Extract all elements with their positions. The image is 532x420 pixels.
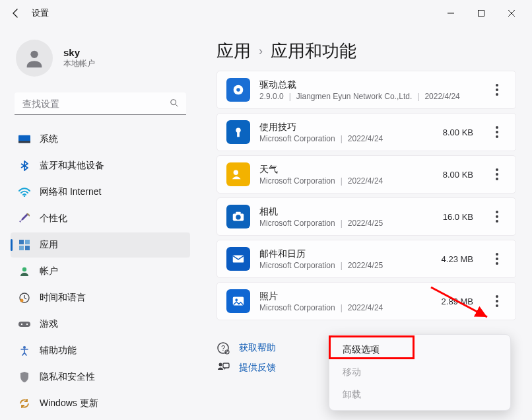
arrow-left-icon (11, 8, 21, 18)
app-size: 8.00 KB (443, 170, 473, 180)
maximize-button[interactable] (466, 3, 496, 24)
avatar (16, 40, 53, 77)
app-name: 照片 (259, 291, 432, 302)
maximize-icon (477, 9, 485, 17)
svg-rect-9 (25, 240, 30, 244)
ctx-move: 移动 (333, 361, 506, 384)
svg-point-17 (26, 324, 28, 325)
app-icon (226, 78, 250, 102)
bluetooth-icon (18, 160, 30, 172)
app-context-menu: 高级选项 移动 卸载 (329, 334, 511, 411)
app-more-button[interactable] (488, 289, 506, 313)
sidebar-item-gaming[interactable]: 游戏 (11, 312, 190, 337)
close-icon (508, 9, 515, 17)
sidebar-item-label: 系统 (40, 133, 58, 145)
app-row[interactable]: 照片 Microsoft Corporation| 2022/4/24 2.89… (216, 282, 516, 320)
sidebar-item-bluetooth[interactable]: 蓝牙和其他设备 (11, 153, 190, 178)
sidebar-item-label: 帐户 (40, 265, 58, 277)
wifi-icon (18, 186, 30, 198)
more-vertical-icon (496, 211, 498, 223)
svg-point-25 (236, 215, 240, 219)
app-publisher: Microsoft Corporation (259, 261, 335, 270)
footer-link-label: 获取帮助 (239, 342, 276, 354)
ctx-advanced-options[interactable]: 高级选项 (333, 339, 506, 361)
accessibility-icon (18, 345, 30, 357)
search-box (15, 92, 186, 115)
back-button[interactable] (5, 3, 26, 24)
user-profile[interactable]: sky 本地帐户 (11, 32, 190, 87)
sidebar-item-accessibility[interactable]: 辅助功能 (11, 338, 190, 363)
breadcrumb: 应用 › 应用和功能 (216, 40, 516, 63)
sidebar-item-label: 游戏 (40, 318, 58, 330)
sidebar-item-accounts[interactable]: 帐户 (11, 259, 190, 284)
breadcrumb-root[interactable]: 应用 (216, 40, 251, 63)
more-vertical-icon (496, 253, 498, 265)
app-more-button[interactable] (488, 78, 506, 102)
sidebar-item-personalization[interactable]: 个性化 (11, 206, 190, 231)
app-row[interactable]: 驱动总裁 2.9.0.0| Jiangmen Eyun Network Co.,… (216, 71, 516, 109)
app-row[interactable]: 邮件和日历 Microsoft Corporation| 2022/4/25 4… (216, 240, 516, 278)
app-name: 驱动总裁 (259, 79, 464, 91)
minimize-button[interactable] (436, 3, 466, 24)
monitor-icon (18, 133, 30, 145)
app-more-button[interactable] (488, 162, 506, 186)
app-list: 驱动总裁 2.9.0.0| Jiangmen Eyun Network Co.,… (216, 71, 516, 320)
svg-point-29 (235, 298, 238, 301)
page-title: 应用和功能 (271, 40, 356, 63)
app-more-button[interactable] (488, 205, 506, 228)
sidebar-item-label: 时间和语言 (40, 292, 86, 304)
svg-rect-27 (233, 256, 244, 263)
help-icon: ? (216, 341, 230, 355)
svg-rect-34 (223, 363, 229, 368)
account-icon (18, 265, 30, 277)
svg-point-14 (20, 299, 24, 302)
sidebar-item-time[interactable]: 时间和语言 (11, 285, 190, 310)
app-size: 16.0 KB (443, 212, 473, 222)
app-more-button[interactable] (488, 120, 506, 144)
app-row[interactable]: 使用技巧 Microsoft Corporation| 2022/4/24 8.… (216, 113, 516, 151)
sidebar: sky 本地帐户 系统 蓝牙和其他设备 网络和 Internet (0, 26, 198, 420)
svg-rect-26 (236, 212, 240, 215)
sidebar-item-label: 应用 (40, 239, 58, 251)
svg-point-21 (236, 128, 240, 133)
nav: 系统 蓝牙和其他设备 网络和 Internet 个性化 应用 帐户 (11, 127, 190, 416)
person-icon (23, 47, 46, 69)
sidebar-item-network[interactable]: 网络和 Internet (11, 180, 190, 205)
app-date: 2022/4/25 (348, 219, 383, 228)
sidebar-item-system[interactable]: 系统 (11, 127, 190, 152)
svg-point-16 (21, 324, 22, 325)
app-row[interactable]: 相机 Microsoft Corporation| 2022/4/25 16.0… (216, 197, 516, 236)
apps-icon (18, 239, 30, 251)
app-name: 相机 (259, 206, 434, 218)
app-icon (226, 289, 250, 313)
sidebar-item-label: Windows 更新 (40, 398, 98, 409)
sidebar-item-privacy[interactable]: 隐私和安全性 (11, 365, 190, 390)
app-icon (226, 247, 250, 271)
svg-rect-6 (18, 141, 30, 143)
minimize-icon (447, 9, 455, 17)
app-icon (226, 120, 250, 144)
sidebar-item-update[interactable]: Windows 更新 (11, 391, 190, 416)
app-name: 天气 (259, 164, 434, 176)
search-input[interactable] (15, 92, 186, 115)
close-button[interactable] (496, 3, 527, 24)
svg-rect-8 (19, 240, 24, 244)
svg-rect-1 (479, 11, 484, 17)
footer-link-label: 提供反馈 (239, 362, 276, 374)
app-date: 2022/4/25 (348, 261, 383, 270)
more-vertical-icon (496, 126, 498, 138)
search-icon (169, 98, 180, 108)
svg-rect-22 (237, 132, 240, 137)
app-more-button[interactable] (488, 247, 506, 271)
gamepad-icon (18, 318, 30, 330)
svg-rect-11 (25, 246, 30, 250)
app-row[interactable]: 天气 Microsoft Corporation| 2022/4/24 8.00… (216, 155, 516, 193)
app-name: 使用技巧 (259, 122, 434, 133)
update-icon (18, 398, 30, 409)
app-date: 2022/4/24 (424, 92, 459, 101)
sidebar-item-label: 辅助功能 (40, 345, 77, 357)
titlebar: 设置 (0, 0, 532, 26)
sidebar-item-apps[interactable]: 应用 (11, 232, 190, 258)
app-size: 2.89 MB (442, 297, 473, 306)
ctx-uninstall: 卸载 (333, 384, 506, 406)
